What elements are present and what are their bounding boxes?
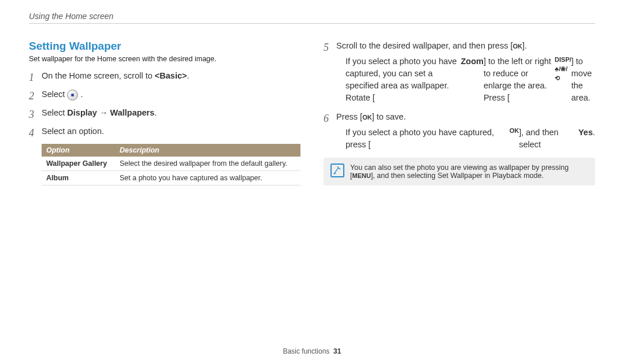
step-number: 2	[29, 88, 42, 103]
table-header-row: Option Description	[42, 144, 300, 157]
bullet-text: ], and then select	[519, 127, 578, 151]
step-body: Press [OK] to save. If you select a phot…	[336, 111, 595, 154]
note-text: You can also set the photo you are viewi…	[350, 164, 588, 180]
steps-list-left: 1 On the Home screen, scroll to <Basic>.…	[29, 70, 300, 140]
page-number: 31	[333, 347, 341, 355]
note-part: ], and then selecting	[371, 172, 437, 180]
table-row: Album Set a photo you have captured as w…	[42, 171, 300, 185]
step-text: ] to save.	[372, 112, 406, 121]
step-2: 2 Select .	[29, 88, 300, 103]
note-part: in Playback mode.	[482, 172, 544, 180]
step-5: 5 Scroll to the desired wallpaper, and t…	[324, 40, 595, 107]
bullet-text: .	[593, 127, 595, 139]
step-number: 4	[29, 125, 42, 140]
step-number: 3	[29, 107, 42, 122]
step-number: 6	[324, 111, 336, 126]
options-table: Option Description Wallpaper Gallery Sel…	[42, 144, 300, 185]
col-description: Description	[115, 144, 300, 157]
bullet-text: If you select a photo you have captured,…	[346, 55, 460, 104]
step-body: Select .	[42, 88, 300, 101]
wallpapers-label: Wallpapers	[110, 108, 155, 117]
note-box: You can also set the photo you are viewi…	[324, 158, 595, 185]
settings-icon	[67, 90, 78, 101]
step-text: ].	[522, 41, 527, 50]
ok-key: OK	[510, 127, 519, 136]
step-number: 5	[324, 40, 336, 55]
page: Using the Home screen Setting Wallpaper …	[0, 0, 624, 364]
breadcrumb: Using the Home screen	[29, 12, 595, 24]
opt-desc: Select the desired wallpaper from the de…	[115, 157, 300, 171]
step-text: .	[154, 108, 157, 117]
step-text: Scroll to the desired wallpaper, and the…	[336, 41, 512, 50]
intro-text: Set wallpaper for the Home screen with t…	[29, 55, 300, 63]
arrow: →	[97, 108, 110, 117]
step-text: .	[187, 71, 189, 80]
ok-key: OK	[512, 43, 522, 50]
opt-desc: Set a photo you have captured as wallpap…	[115, 171, 300, 185]
bullet-text: If you select a photo you have captured,…	[346, 127, 510, 151]
step-text: On the Home screen, scroll to	[42, 71, 155, 80]
step-4: 4 Select an option.	[29, 125, 300, 140]
step-text: Select	[42, 108, 67, 117]
sub-bullet: If you select a photo you have captured,…	[346, 55, 595, 104]
note-icon	[330, 164, 344, 177]
step-text: Select	[42, 90, 67, 99]
step-body: Scroll to the desired wallpaper, and the…	[336, 40, 595, 107]
step-number: 1	[29, 70, 42, 85]
step-3: 3 Select Display → Wallpapers.	[29, 107, 300, 122]
step-1: 1 On the Home screen, scroll to <Basic>.	[29, 70, 300, 85]
basic-label: <Basic>	[155, 71, 187, 80]
step-6: 6 Press [OK] to save. If you select a ph…	[324, 111, 595, 154]
left-column: Setting Wallpaper Set wallpaper for the …	[29, 35, 300, 341]
set-wallpaper-label: Set Wallpaper	[437, 172, 482, 180]
footer-section: Basic functions	[283, 347, 330, 355]
nav-keys-icon: DISP/♣/❀/⟲	[555, 55, 571, 83]
display-label: Display	[67, 108, 97, 117]
col-option: Option	[42, 144, 115, 157]
zoom-label: Zoom	[460, 55, 483, 68]
section-title: Setting Wallpaper	[29, 40, 300, 53]
bullet-text: ] to the left or right to reduce or enla…	[484, 55, 555, 104]
opt-name: Album	[42, 171, 115, 185]
yes-label: Yes	[578, 127, 593, 139]
content-columns: Setting Wallpaper Set wallpaper for the …	[29, 35, 595, 341]
right-column: 5 Scroll to the desired wallpaper, and t…	[324, 35, 595, 341]
table-row: Wallpaper Gallery Select the desired wal…	[42, 157, 300, 171]
step-text: Press [	[336, 112, 362, 121]
step-body: On the Home screen, scroll to <Basic>.	[42, 70, 300, 82]
sub-bullets: If you select a photo you have captured,…	[346, 55, 595, 104]
step-body: Select Display → Wallpapers.	[42, 107, 300, 119]
opt-name: Wallpaper Gallery	[42, 157, 115, 171]
menu-key: MENU	[352, 172, 370, 179]
step-text: .	[80, 90, 83, 99]
page-footer: Basic functions 31	[29, 341, 595, 355]
step-body: Select an option.	[42, 125, 300, 138]
ok-key: OK	[362, 114, 372, 121]
sub-bullets: If you select a photo you have captured,…	[346, 127, 595, 151]
bullet-text: ] to move the area.	[571, 55, 595, 104]
sub-bullet: If you select a photo you have captured,…	[346, 127, 595, 151]
steps-list-right: 5 Scroll to the desired wallpaper, and t…	[324, 40, 595, 154]
